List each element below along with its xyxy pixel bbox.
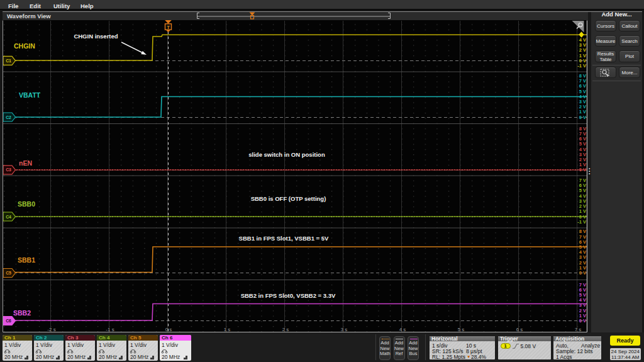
svg-text:-2 s: -2 s (47, 327, 55, 332)
svg-text:0 s: 0 s (165, 327, 172, 332)
svg-text:-1 V: -1 V (577, 63, 586, 69)
svg-text:SBB2 in FPS Slot0, VSBB2 = 3.3: SBB2 in FPS Slot0, VSBB2 = 3.3V (241, 292, 336, 299)
svg-text:0 V: 0 V (579, 115, 586, 120)
svg-text:CHGIN: CHGIN (14, 42, 35, 50)
svg-text:C1: C1 (6, 59, 11, 63)
svg-text:1 s: 1 s (224, 327, 231, 332)
svg-text:0 V: 0 V (579, 270, 586, 276)
svg-text:VBATT: VBATT (19, 91, 41, 99)
svg-text:C2: C2 (6, 115, 11, 120)
svg-text:C5: C5 (6, 271, 11, 275)
svg-text:3 s: 3 s (341, 327, 348, 332)
svg-text:SBB1: SBB1 (18, 256, 35, 264)
svg-text:0 V: 0 V (579, 167, 586, 173)
svg-text:SBB0 is OFF (OTP setting): SBB0 is OFF (OTP setting) (251, 195, 326, 202)
svg-text:-1 V: -1 V (577, 219, 586, 225)
svg-text:SBB2: SBB2 (13, 309, 31, 317)
svg-text:-1 s: -1 s (106, 327, 114, 332)
svg-text:6 s: 6 s (516, 327, 523, 332)
svg-text:7 s: 7 s (575, 327, 582, 332)
svg-text:CHGIN inserted: CHGIN inserted (74, 33, 118, 40)
svg-text:C3: C3 (6, 167, 11, 172)
svg-text:C4: C4 (6, 215, 11, 219)
svg-text:SBB0: SBB0 (18, 200, 35, 208)
svg-text:nEN: nEN (19, 159, 32, 167)
svg-text:slide switch in ON position: slide switch in ON position (248, 151, 325, 158)
svg-text:SBB1 in FPS Slot1, VSBB1 = 5V: SBB1 in FPS Slot1, VSBB1 = 5V (239, 235, 329, 242)
svg-text:0 V: 0 V (579, 318, 586, 324)
svg-text:C6: C6 (6, 319, 11, 323)
svg-text:4 s: 4 s (399, 327, 406, 332)
svg-text:T: T (167, 25, 170, 30)
svg-text:5 s: 5 s (458, 327, 465, 332)
svg-text:2 s: 2 s (282, 327, 289, 332)
